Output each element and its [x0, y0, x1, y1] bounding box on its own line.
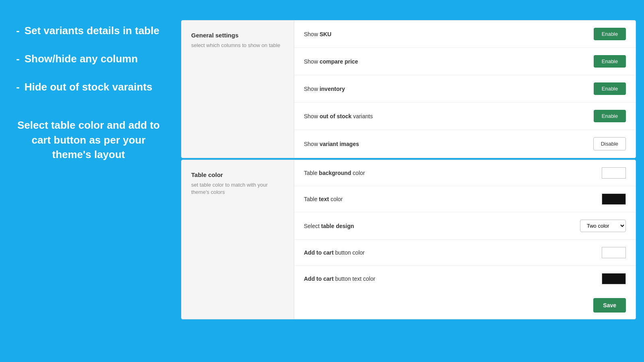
bg-color-label: Table background color [304, 170, 365, 176]
dash-icon: - [16, 24, 20, 38]
feature-text-1: Set variants details in table [25, 24, 159, 38]
cart-btn-text-color-swatch[interactable] [602, 273, 626, 284]
show-inventory-button[interactable]: Enable [594, 82, 626, 95]
table-design-bold: table design [321, 223, 354, 229]
text-color-bold: text [319, 196, 329, 202]
show-variant-images-row: Show variant images Disable [294, 130, 636, 158]
show-inventory-row: Show inventory Enable [294, 75, 636, 103]
show-out-of-stock-bold: out of stock [320, 113, 351, 119]
feature-item-1: - Set variants details in table [16, 24, 161, 38]
table-design-row: Select table design Two color Single col… [294, 212, 636, 240]
table-color-title: Table color [191, 171, 284, 178]
show-compare-price-bold: compare price [320, 58, 358, 65]
save-section: Save [294, 292, 636, 319]
dash-icon-2: - [16, 52, 20, 66]
table-color-right: Table background color Table text color … [294, 160, 636, 319]
feature-text-3: Hide out of stock varaints [25, 80, 153, 94]
color-rows-area: Table background color Table text color … [294, 160, 636, 292]
show-sku-bold: SKU [320, 31, 332, 37]
general-settings-right: Show SKU Enable Show compare price Enabl… [294, 21, 636, 158]
feature-text-2: Show/hide any column [25, 52, 138, 66]
cart-btn-text-color-bold: Add to cart [304, 276, 334, 282]
show-variant-images-button[interactable]: Disable [593, 137, 626, 150]
table-design-label: Select table design [304, 223, 354, 229]
cart-btn-color-swatch[interactable] [602, 247, 626, 258]
show-variant-images-bold: variant images [320, 141, 359, 147]
feature-item-2: - Show/hide any column [16, 52, 161, 66]
feature-list: - Set variants details in table - Show/h… [16, 24, 161, 94]
show-out-of-stock-row: Show out of stock variants Enable [294, 103, 636, 130]
table-color-card: Table color set table color to match wit… [181, 160, 636, 319]
cart-btn-color-row: Add to cart button color [294, 240, 636, 266]
text-color-swatch[interactable] [602, 193, 626, 205]
bg-color-swatch[interactable] [602, 167, 626, 179]
general-settings-title: General settings [191, 32, 284, 39]
table-color-left: Table color set table color to match wit… [182, 160, 294, 319]
table-color-desc: set table color to match with your theme… [191, 181, 284, 196]
save-button[interactable]: Save [593, 298, 626, 313]
show-sku-row: Show SKU Enable [294, 21, 636, 48]
general-settings-card: General settings select which columns to… [181, 20, 636, 158]
cart-btn-text-color-label: Add to cart button text color [304, 276, 375, 282]
show-compare-price-row: Show compare price Enable [294, 48, 636, 75]
dash-icon-3: - [16, 80, 20, 94]
cart-btn-color-label: Add to cart button color [304, 249, 365, 256]
show-sku-button[interactable]: Enable [594, 28, 626, 40]
bg-color-bold: background [319, 170, 351, 176]
show-inventory-bold: inventory [320, 86, 345, 92]
cart-btn-color-bold: Add to cart [304, 249, 334, 256]
show-variant-images-label: Show variant images [304, 141, 359, 147]
feature-item-3: - Hide out of stock varaints [16, 80, 161, 94]
left-panel: - Set variants details in table - Show/h… [0, 0, 177, 186]
table-design-select[interactable]: Two color Single color [580, 220, 626, 232]
show-out-of-stock-label: Show out of stock variants [304, 113, 373, 119]
show-out-of-stock-button[interactable]: Enable [594, 110, 626, 122]
show-compare-price-button[interactable]: Enable [594, 55, 626, 68]
bg-color-row: Table background color [294, 160, 636, 186]
right-panel: General settings select which columns to… [177, 0, 644, 329]
general-settings-desc: select which columns to show on table [191, 42, 284, 49]
bottom-text: Select table color and add to cart butto… [16, 118, 161, 162]
cart-btn-text-color-row: Add to cart button text color [294, 266, 636, 292]
show-compare-price-label: Show compare price [304, 58, 358, 65]
text-color-row: Table text color [294, 186, 636, 212]
general-settings-left: General settings select which columns to… [182, 21, 294, 158]
show-sku-label: Show SKU [304, 31, 331, 37]
show-inventory-label: Show inventory [304, 86, 345, 92]
text-color-label: Table text color [304, 196, 343, 202]
